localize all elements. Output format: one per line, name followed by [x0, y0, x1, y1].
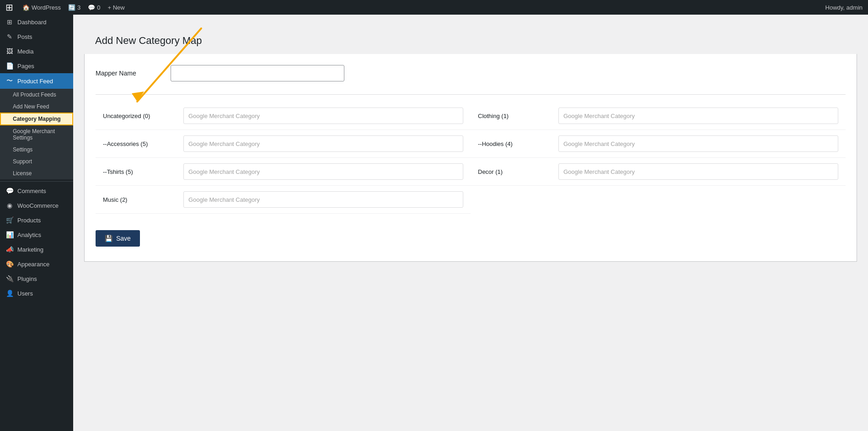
sidebar-item-comments[interactable]: 💬 Comments	[0, 183, 73, 198]
sidebar-item-media[interactable]: 🖼 Media	[0, 44, 73, 59]
category-input-clothing[interactable]	[558, 108, 838, 124]
category-label-clothing: Clothing (1)	[478, 113, 551, 119]
sidebar-label-analytics: Analytics	[17, 232, 41, 238]
category-label-hoodies: --Hoodies (4)	[478, 140, 551, 147]
sidebar-item-plugins[interactable]: 🔌 Plugins	[0, 271, 73, 286]
posts-icon: ✎	[5, 33, 14, 40]
marketing-icon: 📣	[5, 246, 14, 253]
sidebar-item-marketing[interactable]: 📣 Marketing	[0, 242, 73, 257]
appearance-icon: 🎨	[5, 260, 14, 268]
submenu-category-mapping[interactable]: Category Mapping	[0, 113, 73, 125]
category-row-hoodies: --Hoodies (4)	[471, 130, 846, 158]
adminbar-new[interactable]: + New	[108, 4, 125, 11]
license-label: License	[13, 170, 32, 177]
category-left-column: Uncategorized (0) --Accessories (5) --Ts…	[96, 102, 471, 214]
submenu-support[interactable]: Support	[0, 156, 73, 167]
sidebar-label-pages: Pages	[17, 63, 34, 70]
wp-logo-icon: ⊞	[5, 2, 13, 13]
sidebar-label-plugins: Plugins	[17, 275, 37, 282]
menu-separator-1	[0, 181, 73, 182]
category-row-uncategorized: Uncategorized (0)	[96, 102, 471, 130]
comments-icon: 💬	[88, 4, 95, 11]
mapper-name-row: Mapper Name	[96, 65, 846, 81]
support-label: Support	[13, 158, 32, 165]
form-divider	[96, 94, 846, 95]
updates-icon: 🔄	[68, 4, 75, 11]
woocommerce-icon: ◉	[5, 202, 14, 209]
sidebar-item-posts[interactable]: ✎ Posts	[0, 29, 73, 44]
category-label-accessories: --Accessories (5)	[103, 140, 176, 147]
admin-sidebar: ⊞ Dashboard ✎ Posts 🖼 Media 📄 Pages 〜 Pr…	[0, 15, 73, 431]
page-header: Add New Category Map	[84, 24, 857, 54]
sidebar-item-woocommerce[interactable]: ◉ WooCommerce	[0, 198, 73, 213]
category-input-accessories[interactable]	[183, 135, 463, 152]
page-title: Add New Category Map	[84, 31, 857, 54]
mapper-name-label: Mapper Name	[96, 70, 160, 77]
category-input-hoodies[interactable]	[558, 135, 838, 152]
save-button-container: 💾 Save	[96, 226, 846, 250]
category-mapping-label: Category Mapping	[13, 116, 61, 122]
comments-sidebar-icon: 💬	[5, 187, 14, 194]
product-feed-icon: 〜	[5, 77, 14, 85]
dashboard-icon: ⊞	[5, 18, 14, 26]
media-icon: 🖼	[5, 48, 14, 55]
category-row-accessories: --Accessories (5)	[96, 130, 471, 158]
category-row-clothing: Clothing (1)	[471, 102, 846, 130]
adminbar-howdy: Howdy, admin	[825, 4, 863, 11]
adminbar-site[interactable]: 🏠 WordPress	[22, 4, 61, 11]
category-right-column: Clothing (1) --Hoodies (4) Decor (1)	[471, 102, 846, 214]
category-input-decor[interactable]	[558, 163, 838, 180]
category-mapping-grid: Uncategorized (0) --Accessories (5) --Ts…	[96, 102, 846, 214]
sidebar-label-woocommerce: WooCommerce	[17, 202, 59, 209]
sidebar-label-marketing: Marketing	[17, 246, 43, 253]
sidebar-item-appearance[interactable]: 🎨 Appearance	[0, 257, 73, 271]
sidebar-label-dashboard: Dashboard	[17, 19, 47, 26]
category-input-tshirts[interactable]	[183, 163, 463, 180]
sidebar-item-dashboard[interactable]: ⊞ Dashboard	[0, 15, 73, 29]
category-label-music: Music (2)	[103, 196, 176, 203]
sidebar-item-product-feed[interactable]: 〜 Product Feed	[0, 73, 73, 89]
adminbar-comments[interactable]: 💬 0	[88, 4, 100, 11]
product-feed-submenu: All Product Feeds Add New Feed Category …	[0, 89, 73, 179]
category-row-tshirts: --Tshirts (5)	[96, 158, 471, 186]
plugins-icon: 🔌	[5, 275, 14, 282]
category-label-decor: Decor (1)	[478, 168, 551, 175]
sidebar-label-media: Media	[17, 48, 33, 55]
google-merchant-label: Google Merchant Settings	[13, 128, 68, 141]
sidebar-label-posts: Posts	[17, 33, 32, 40]
save-button[interactable]: 💾 Save	[96, 230, 140, 247]
sidebar-label-products: Products	[17, 217, 41, 224]
adminbar-updates[interactable]: 🔄 3	[68, 4, 80, 11]
category-row-music: Music (2)	[96, 186, 471, 214]
products-icon: 🛒	[5, 216, 14, 224]
pages-icon: 📄	[5, 62, 14, 70]
sidebar-label-appearance: Appearance	[17, 261, 49, 268]
category-row-decor: Decor (1)	[471, 158, 846, 186]
analytics-icon: 📊	[5, 231, 14, 238]
category-label-tshirts: --Tshirts (5)	[103, 168, 176, 175]
users-icon: 👤	[5, 290, 14, 297]
content-area: Add New Category Map Mapper Name Uncateg…	[73, 15, 868, 431]
settings-label: Settings	[13, 146, 32, 153]
submenu-add-feed[interactable]: Add New Feed	[0, 101, 73, 113]
category-label-uncategorized: Uncategorized (0)	[103, 113, 176, 119]
all-feeds-label: All Product Feeds	[13, 92, 56, 98]
sidebar-item-users[interactable]: 👤 Users	[0, 286, 73, 301]
admin-bar: ⊞ 🏠 WordPress 🔄 3 💬 0 + New Howdy, admin	[0, 0, 868, 15]
mapper-name-input[interactable]	[171, 65, 344, 81]
sidebar-label-product-feed: Product Feed	[17, 78, 53, 85]
add-feed-label: Add New Feed	[13, 103, 49, 110]
category-input-uncategorized[interactable]	[183, 108, 463, 124]
sidebar-label-comments: Comments	[17, 188, 46, 194]
submenu-google-merchant[interactable]: Google Merchant Settings	[0, 125, 73, 144]
submenu-settings[interactable]: Settings	[0, 144, 73, 156]
page-content-box: Mapper Name Uncategorized (0) --Accessor…	[84, 54, 857, 262]
sidebar-item-products[interactable]: 🛒 Products	[0, 213, 73, 227]
submenu-license[interactable]: License	[0, 167, 73, 179]
sidebar-item-analytics[interactable]: 📊 Analytics	[0, 227, 73, 242]
home-icon: 🏠	[22, 4, 30, 11]
save-icon: 💾	[105, 235, 113, 242]
sidebar-item-pages[interactable]: 📄 Pages	[0, 59, 73, 73]
category-input-music[interactable]	[183, 191, 463, 208]
submenu-all-feeds[interactable]: All Product Feeds	[0, 89, 73, 101]
